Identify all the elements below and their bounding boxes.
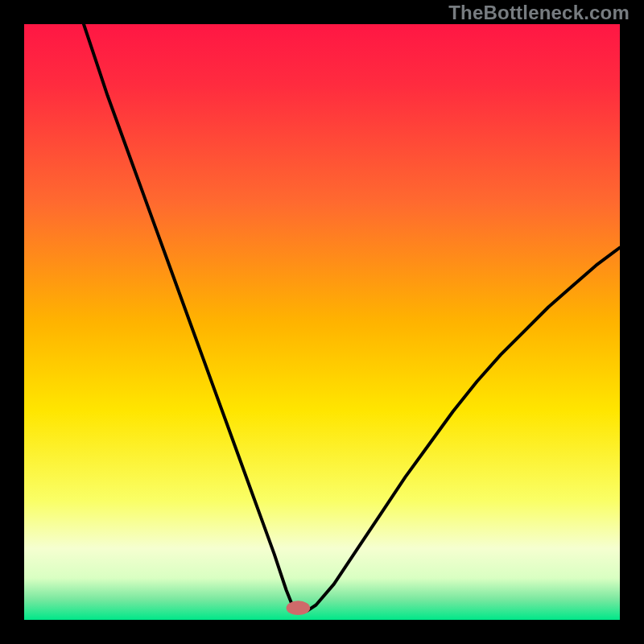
plot-area	[24, 24, 620, 620]
attribution-text: TheBottleneck.com	[448, 2, 630, 24]
optimum-marker	[287, 601, 311, 615]
chart-svg	[24, 24, 620, 620]
chart-frame: TheBottleneck.com 0 100 0 100 line	[0, 0, 644, 644]
